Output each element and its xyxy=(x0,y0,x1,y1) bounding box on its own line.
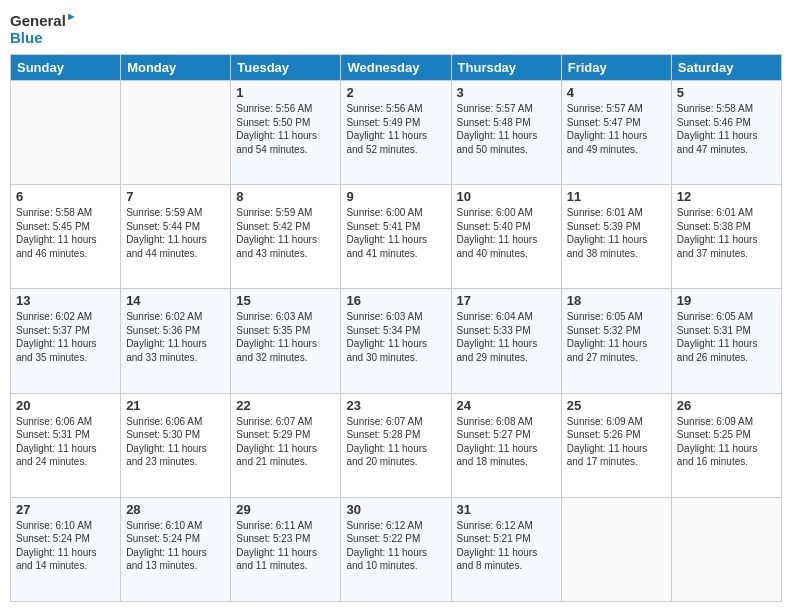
calendar-cell: 21Sunrise: 6:06 AM Sunset: 5:30 PM Dayli… xyxy=(121,393,231,497)
day-header-saturday: Saturday xyxy=(671,55,781,81)
cell-content: Sunrise: 6:02 AM Sunset: 5:36 PM Dayligh… xyxy=(126,310,225,364)
header: General► Blue xyxy=(10,10,782,46)
day-number: 4 xyxy=(567,85,666,100)
cell-content: Sunrise: 6:09 AM Sunset: 5:25 PM Dayligh… xyxy=(677,415,776,469)
calendar-cell: 31Sunrise: 6:12 AM Sunset: 5:21 PM Dayli… xyxy=(451,497,561,601)
calendar-cell: 29Sunrise: 6:11 AM Sunset: 5:23 PM Dayli… xyxy=(231,497,341,601)
day-number: 1 xyxy=(236,85,335,100)
calendar-cell: 4Sunrise: 5:57 AM Sunset: 5:47 PM Daylig… xyxy=(561,81,671,185)
day-header-thursday: Thursday xyxy=(451,55,561,81)
day-header-sunday: Sunday xyxy=(11,55,121,81)
day-header-friday: Friday xyxy=(561,55,671,81)
calendar-cell: 23Sunrise: 6:07 AM Sunset: 5:28 PM Dayli… xyxy=(341,393,451,497)
cell-content: Sunrise: 6:12 AM Sunset: 5:22 PM Dayligh… xyxy=(346,519,445,573)
calendar-cell: 25Sunrise: 6:09 AM Sunset: 5:26 PM Dayli… xyxy=(561,393,671,497)
cell-content: Sunrise: 6:09 AM Sunset: 5:26 PM Dayligh… xyxy=(567,415,666,469)
day-number: 30 xyxy=(346,502,445,517)
calendar-cell: 13Sunrise: 6:02 AM Sunset: 5:37 PM Dayli… xyxy=(11,289,121,393)
cell-content: Sunrise: 5:57 AM Sunset: 5:47 PM Dayligh… xyxy=(567,102,666,156)
week-row-3: 13Sunrise: 6:02 AM Sunset: 5:37 PM Dayli… xyxy=(11,289,782,393)
day-number: 16 xyxy=(346,293,445,308)
calendar-cell: 7Sunrise: 5:59 AM Sunset: 5:44 PM Daylig… xyxy=(121,185,231,289)
day-number: 25 xyxy=(567,398,666,413)
day-number: 21 xyxy=(126,398,225,413)
calendar-cell: 30Sunrise: 6:12 AM Sunset: 5:22 PM Dayli… xyxy=(341,497,451,601)
day-number: 31 xyxy=(457,502,556,517)
day-number: 23 xyxy=(346,398,445,413)
calendar-cell: 10Sunrise: 6:00 AM Sunset: 5:40 PM Dayli… xyxy=(451,185,561,289)
cell-content: Sunrise: 6:01 AM Sunset: 5:39 PM Dayligh… xyxy=(567,206,666,260)
day-number: 17 xyxy=(457,293,556,308)
cell-content: Sunrise: 6:07 AM Sunset: 5:29 PM Dayligh… xyxy=(236,415,335,469)
cell-content: Sunrise: 6:07 AM Sunset: 5:28 PM Dayligh… xyxy=(346,415,445,469)
calendar-cell: 16Sunrise: 6:03 AM Sunset: 5:34 PM Dayli… xyxy=(341,289,451,393)
cell-content: Sunrise: 5:59 AM Sunset: 5:44 PM Dayligh… xyxy=(126,206,225,260)
calendar-cell: 27Sunrise: 6:10 AM Sunset: 5:24 PM Dayli… xyxy=(11,497,121,601)
calendar-cell: 3Sunrise: 5:57 AM Sunset: 5:48 PM Daylig… xyxy=(451,81,561,185)
day-number: 13 xyxy=(16,293,115,308)
day-number: 15 xyxy=(236,293,335,308)
cell-content: Sunrise: 6:03 AM Sunset: 5:34 PM Dayligh… xyxy=(346,310,445,364)
calendar-cell xyxy=(121,81,231,185)
day-number: 14 xyxy=(126,293,225,308)
calendar-cell: 15Sunrise: 6:03 AM Sunset: 5:35 PM Dayli… xyxy=(231,289,341,393)
calendar-cell xyxy=(11,81,121,185)
logo-blue: Blue xyxy=(10,30,77,47)
calendar-cell: 8Sunrise: 5:59 AM Sunset: 5:42 PM Daylig… xyxy=(231,185,341,289)
logo: General► Blue xyxy=(10,10,77,46)
day-number: 20 xyxy=(16,398,115,413)
week-row-5: 27Sunrise: 6:10 AM Sunset: 5:24 PM Dayli… xyxy=(11,497,782,601)
cell-content: Sunrise: 5:59 AM Sunset: 5:42 PM Dayligh… xyxy=(236,206,335,260)
day-number: 7 xyxy=(126,189,225,204)
cell-content: Sunrise: 6:04 AM Sunset: 5:33 PM Dayligh… xyxy=(457,310,556,364)
day-number: 10 xyxy=(457,189,556,204)
calendar-cell: 28Sunrise: 6:10 AM Sunset: 5:24 PM Dayli… xyxy=(121,497,231,601)
cell-content: Sunrise: 5:58 AM Sunset: 5:46 PM Dayligh… xyxy=(677,102,776,156)
cell-content: Sunrise: 6:08 AM Sunset: 5:27 PM Dayligh… xyxy=(457,415,556,469)
day-number: 19 xyxy=(677,293,776,308)
week-row-4: 20Sunrise: 6:06 AM Sunset: 5:31 PM Dayli… xyxy=(11,393,782,497)
cell-content: Sunrise: 6:06 AM Sunset: 5:31 PM Dayligh… xyxy=(16,415,115,469)
calendar-cell: 12Sunrise: 6:01 AM Sunset: 5:38 PM Dayli… xyxy=(671,185,781,289)
day-number: 28 xyxy=(126,502,225,517)
calendar-cell: 2Sunrise: 5:56 AM Sunset: 5:49 PM Daylig… xyxy=(341,81,451,185)
calendar-cell: 19Sunrise: 6:05 AM Sunset: 5:31 PM Dayli… xyxy=(671,289,781,393)
cell-content: Sunrise: 6:05 AM Sunset: 5:32 PM Dayligh… xyxy=(567,310,666,364)
calendar-cell: 18Sunrise: 6:05 AM Sunset: 5:32 PM Dayli… xyxy=(561,289,671,393)
calendar-cell: 1Sunrise: 5:56 AM Sunset: 5:50 PM Daylig… xyxy=(231,81,341,185)
day-number: 5 xyxy=(677,85,776,100)
calendar-cell: 20Sunrise: 6:06 AM Sunset: 5:31 PM Dayli… xyxy=(11,393,121,497)
cell-content: Sunrise: 6:12 AM Sunset: 5:21 PM Dayligh… xyxy=(457,519,556,573)
cell-content: Sunrise: 5:56 AM Sunset: 5:50 PM Dayligh… xyxy=(236,102,335,156)
cell-content: Sunrise: 6:01 AM Sunset: 5:38 PM Dayligh… xyxy=(677,206,776,260)
day-number: 12 xyxy=(677,189,776,204)
day-number: 29 xyxy=(236,502,335,517)
day-number: 24 xyxy=(457,398,556,413)
week-row-1: 1Sunrise: 5:56 AM Sunset: 5:50 PM Daylig… xyxy=(11,81,782,185)
calendar-cell: 6Sunrise: 5:58 AM Sunset: 5:45 PM Daylig… xyxy=(11,185,121,289)
calendar-cell: 24Sunrise: 6:08 AM Sunset: 5:27 PM Dayli… xyxy=(451,393,561,497)
calendar-cell: 26Sunrise: 6:09 AM Sunset: 5:25 PM Dayli… xyxy=(671,393,781,497)
calendar-cell: 11Sunrise: 6:01 AM Sunset: 5:39 PM Dayli… xyxy=(561,185,671,289)
calendar-cell: 17Sunrise: 6:04 AM Sunset: 5:33 PM Dayli… xyxy=(451,289,561,393)
day-number: 6 xyxy=(16,189,115,204)
day-number: 2 xyxy=(346,85,445,100)
logo-general: General► xyxy=(10,10,77,30)
cell-content: Sunrise: 6:10 AM Sunset: 5:24 PM Dayligh… xyxy=(16,519,115,573)
cell-content: Sunrise: 5:57 AM Sunset: 5:48 PM Dayligh… xyxy=(457,102,556,156)
calendar-cell xyxy=(671,497,781,601)
cell-content: Sunrise: 6:05 AM Sunset: 5:31 PM Dayligh… xyxy=(677,310,776,364)
day-number: 18 xyxy=(567,293,666,308)
day-number: 9 xyxy=(346,189,445,204)
calendar-cell: 5Sunrise: 5:58 AM Sunset: 5:46 PM Daylig… xyxy=(671,81,781,185)
page: General► Blue SundayMondayTuesdayWednesd… xyxy=(0,0,792,612)
cell-content: Sunrise: 6:03 AM Sunset: 5:35 PM Dayligh… xyxy=(236,310,335,364)
day-number: 11 xyxy=(567,189,666,204)
day-number: 8 xyxy=(236,189,335,204)
cell-content: Sunrise: 6:00 AM Sunset: 5:41 PM Dayligh… xyxy=(346,206,445,260)
calendar-cell: 9Sunrise: 6:00 AM Sunset: 5:41 PM Daylig… xyxy=(341,185,451,289)
week-row-2: 6Sunrise: 5:58 AM Sunset: 5:45 PM Daylig… xyxy=(11,185,782,289)
cell-content: Sunrise: 6:06 AM Sunset: 5:30 PM Dayligh… xyxy=(126,415,225,469)
calendar-header-row: SundayMondayTuesdayWednesdayThursdayFrid… xyxy=(11,55,782,81)
cell-content: Sunrise: 5:58 AM Sunset: 5:45 PM Dayligh… xyxy=(16,206,115,260)
